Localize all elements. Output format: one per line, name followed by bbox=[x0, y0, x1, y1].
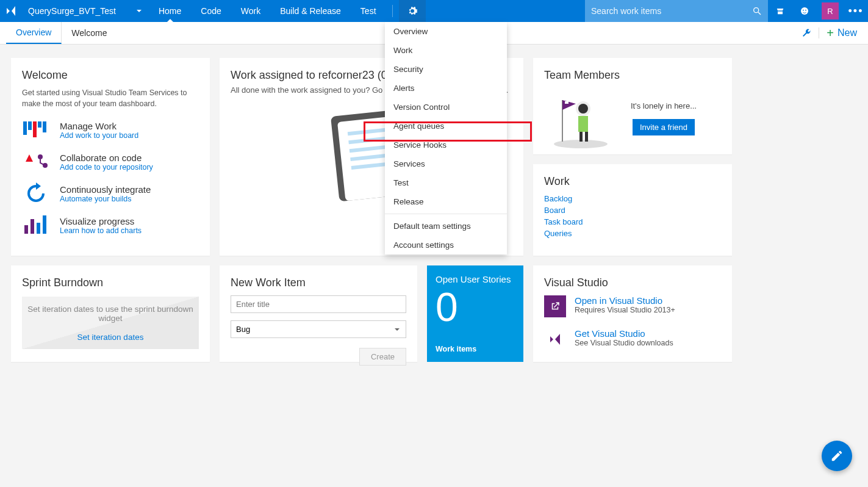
link-automate-builds[interactable]: Automate your builds bbox=[60, 195, 151, 203]
dd-alerts[interactable]: Alerts bbox=[385, 79, 507, 98]
link-backlog[interactable]: Backlog bbox=[544, 194, 721, 203]
link-open-vs[interactable]: Open in Visual Studio bbox=[575, 295, 675, 306]
new-item-type-select[interactable]: Bug bbox=[231, 320, 406, 338]
new-item-title-input[interactable] bbox=[231, 295, 406, 313]
welcome-item-visualize: Visualize progressLearn how to add chart… bbox=[22, 214, 199, 236]
welcome-card: Welcome Get started using Visual Studio … bbox=[11, 58, 210, 256]
svg-rect-6 bbox=[28, 121, 32, 130]
welcome-item-manage-work: Manage WorkAdd work to your board bbox=[22, 119, 199, 141]
set-iteration-link[interactable]: Set iteration dates bbox=[77, 333, 144, 342]
dd-work[interactable]: Work bbox=[385, 41, 507, 60]
user-avatar[interactable]: R bbox=[822, 2, 839, 20]
svg-point-11 bbox=[38, 154, 43, 159]
bars-icon bbox=[22, 214, 50, 236]
vs-title: Visual Studio bbox=[544, 276, 721, 289]
link-task-board[interactable]: Task board bbox=[544, 217, 721, 226]
dd-release[interactable]: Release bbox=[385, 192, 507, 211]
create-button[interactable]: Create bbox=[359, 348, 406, 366]
svg-point-3 bbox=[803, 10, 804, 11]
search-box[interactable] bbox=[585, 0, 768, 22]
tile-sub: Work items bbox=[436, 345, 515, 353]
welcome-item-ci: Continuously integrateAutomate your buil… bbox=[22, 182, 199, 204]
settings-dropdown: Overview Work Security Alerts Version Co… bbox=[385, 22, 507, 254]
tile-title: Open User Stories bbox=[436, 274, 515, 284]
search-input[interactable] bbox=[591, 6, 752, 16]
vs-icon bbox=[544, 328, 566, 350]
sprint-title: Sprint Burndown bbox=[22, 276, 199, 289]
topbar-right: R ••• bbox=[768, 0, 868, 22]
new-work-item-card: New Work Item Bug Create bbox=[220, 265, 417, 362]
chevron-down-icon bbox=[135, 7, 143, 15]
search-icon[interactable] bbox=[752, 6, 762, 16]
dd-default-team-settings[interactable]: Default team settings bbox=[385, 217, 507, 236]
svg-rect-15 bbox=[37, 223, 40, 234]
dd-account-settings[interactable]: Account settings bbox=[385, 236, 507, 254]
svg-marker-27 bbox=[562, 100, 576, 110]
link-get-vs[interactable]: Get Visual Studio bbox=[575, 328, 673, 339]
dd-service-hooks[interactable]: Service Hooks bbox=[385, 135, 507, 154]
wrench-icon[interactable] bbox=[802, 28, 811, 38]
nav-home[interactable]: Home bbox=[149, 0, 191, 22]
work-links-title: Work bbox=[544, 175, 721, 188]
dd-security[interactable]: Security bbox=[385, 60, 507, 79]
invite-friend-button[interactable]: Invite a friend bbox=[633, 119, 695, 135]
dd-test[interactable]: Test bbox=[385, 173, 507, 192]
svg-rect-28 bbox=[565, 101, 569, 104]
dd-overview[interactable]: Overview bbox=[385, 22, 507, 41]
new-button[interactable]: + New bbox=[827, 26, 857, 40]
link-add-code[interactable]: Add code to your repository bbox=[60, 163, 153, 171]
team-title: Team Members bbox=[544, 69, 721, 82]
sprint-burndown-card: Sprint Burndown Set iteration dates to u… bbox=[11, 265, 210, 362]
link-queries[interactable]: Queries bbox=[544, 229, 721, 238]
dd-version-control[interactable]: Version Control bbox=[385, 98, 507, 117]
tab-overview[interactable]: Overview bbox=[6, 22, 62, 44]
dd-agent-queues[interactable]: Agent queues bbox=[385, 117, 507, 135]
tab-welcome[interactable]: Welcome bbox=[62, 22, 117, 44]
subnav-divider bbox=[819, 27, 819, 38]
link-add-charts[interactable]: Learn how to add charts bbox=[60, 226, 142, 235]
nav-build-release[interactable]: Build & Release bbox=[270, 0, 351, 22]
chevron-down-icon bbox=[393, 326, 401, 333]
vs-get: Get Visual StudioSee Visual Studio downl… bbox=[544, 328, 721, 350]
svg-rect-32 bbox=[579, 132, 583, 142]
svg-point-2 bbox=[801, 7, 808, 15]
project-name: QuerySurge_BVT_Test bbox=[28, 6, 116, 16]
marketplace-icon[interactable] bbox=[768, 6, 792, 16]
nav-code[interactable]: Code bbox=[191, 0, 231, 22]
vs-logo-icon[interactable] bbox=[0, 0, 22, 22]
svg-rect-14 bbox=[30, 219, 34, 234]
link-add-work[interactable]: Add work to your board bbox=[60, 131, 138, 140]
open-user-stories-tile[interactable]: Open User Stories 0 Work items bbox=[427, 265, 523, 362]
svg-point-4 bbox=[805, 10, 806, 11]
edit-dashboard-fab[interactable] bbox=[822, 441, 852, 471]
svg-rect-16 bbox=[43, 215, 46, 234]
visual-studio-card: Visual Studio Open in Visual StudioRequi… bbox=[533, 265, 732, 362]
open-vs-icon bbox=[544, 295, 566, 317]
svg-point-0 bbox=[754, 8, 759, 13]
work-links-card: Work Backlog Board Task board Queries bbox=[533, 164, 732, 256]
dd-services[interactable]: Services bbox=[385, 154, 507, 173]
nav-divider bbox=[392, 5, 393, 17]
svg-rect-33 bbox=[585, 132, 588, 142]
link-board[interactable]: Board bbox=[544, 206, 721, 215]
tile-count: 0 bbox=[436, 287, 515, 327]
svg-rect-8 bbox=[38, 121, 41, 128]
project-switcher[interactable]: QuerySurge_BVT_Test bbox=[22, 0, 149, 22]
nav-test[interactable]: Test bbox=[351, 0, 386, 22]
team-members-card: Team Members It's lonely in here... bbox=[533, 58, 732, 154]
svg-point-30 bbox=[578, 104, 588, 114]
welcome-desc: Get started using Visual Studio Team Ser… bbox=[22, 88, 199, 109]
nav-work[interactable]: Work bbox=[231, 0, 270, 22]
help-smiley-icon[interactable] bbox=[792, 6, 817, 16]
top-nav: Home Code Work Build & Release Test bbox=[149, 0, 386, 22]
welcome-title: Welcome bbox=[22, 69, 199, 82]
svg-rect-5 bbox=[23, 121, 27, 135]
more-icon[interactable]: ••• bbox=[844, 5, 868, 18]
vs-open: Open in Visual StudioRequires Visual Stu… bbox=[544, 295, 721, 317]
astronaut-illustration bbox=[544, 88, 617, 149]
svg-line-1 bbox=[758, 12, 761, 15]
settings-button[interactable] bbox=[399, 0, 426, 22]
svg-rect-13 bbox=[24, 225, 28, 234]
sprint-chart-placeholder: Set iteration dates to use the sprint bu… bbox=[22, 297, 199, 349]
svg-rect-31 bbox=[578, 116, 588, 132]
